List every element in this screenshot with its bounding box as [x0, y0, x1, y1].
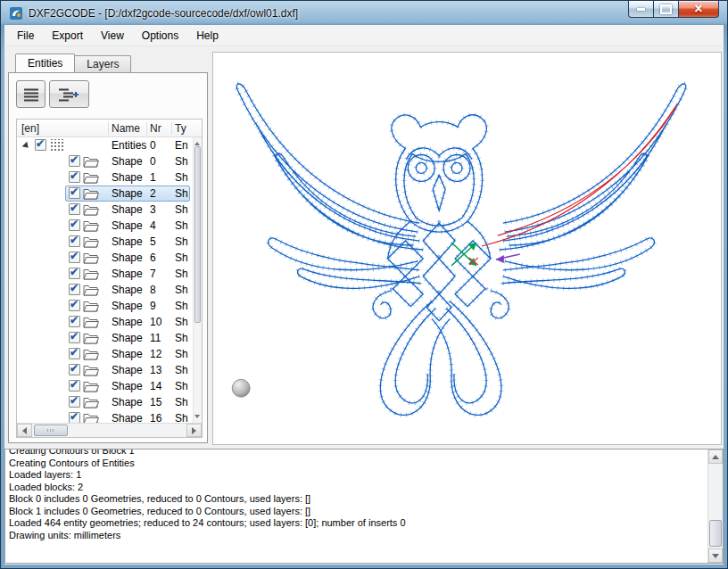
list-icon [23, 87, 39, 102]
minimize-button[interactable] [628, 1, 654, 18]
row-type: Sh [175, 252, 188, 264]
tree-row-shape[interactable]: ✔ Shape 15 Sh [17, 394, 193, 410]
tab-entities[interactable]: Entities [15, 54, 75, 72]
checkbox[interactable]: ✔ [69, 235, 80, 247]
row-type: Sh [175, 300, 188, 312]
checkbox[interactable]: ✔ [69, 268, 80, 279]
menu-help[interactable]: Help [187, 26, 228, 45]
panel-tabs: Entities Layers [15, 54, 131, 72]
checkbox[interactable]: ✔ [69, 332, 80, 343]
folder-icon [83, 396, 99, 408]
client-area: Entities Layers [en] Name Nr [4, 46, 724, 565]
tree-row-shape[interactable]: ✔ Shape 4 Sh [17, 218, 193, 234]
row-type: Sh [175, 171, 188, 184]
checkbox[interactable]: ✔ [35, 139, 46, 151]
scroll-right-button[interactable] [186, 424, 202, 437]
checkbox[interactable]: ✔ [69, 380, 80, 392]
tree-row-shape[interactable]: ✔ Shape 0 Sh [17, 153, 193, 169]
header-name[interactable]: Name [112, 122, 140, 135]
close-button[interactable] [678, 1, 719, 18]
header-nr[interactable]: Nr [150, 122, 161, 135]
scroll-down-button[interactable] [708, 548, 723, 563]
menu-file[interactable]: File [8, 26, 43, 45]
message-log[interactable]: Creating Contours of Block 1 Creating Co… [4, 449, 724, 564]
row-name: Shape [112, 380, 143, 392]
tree-row-shape[interactable]: ✔ Shape 7 Sh [17, 266, 193, 282]
checkbox[interactable]: ✔ [69, 219, 80, 231]
header-type[interactable]: Ty [175, 122, 186, 135]
row-type: Sh [175, 316, 188, 328]
tree-horizontal-scrollbar[interactable] [17, 423, 202, 437]
row-nr: 2 [150, 187, 156, 200]
menu-export[interactable]: Export [43, 26, 92, 45]
header-enable[interactable]: [en] [21, 122, 39, 135]
checkbox[interactable]: ✔ [69, 171, 80, 183]
tree-row-shape[interactable]: ✔ Shape 13 Sh [17, 362, 193, 378]
checkbox[interactable]: ✔ [69, 155, 80, 167]
tree-row-shape[interactable]: ✔ Shape 6 Sh [17, 250, 193, 266]
log-line: Creating Contours of Block 1 [9, 449, 723, 458]
row-nr: 9 [150, 300, 156, 312]
checkbox[interactable]: ✔ [69, 187, 80, 199]
checkbox[interactable]: ✔ [69, 203, 80, 215]
checkbox[interactable]: ✔ [69, 284, 80, 295]
tree-row-shape[interactable]: ✔ Shape 3 Sh [17, 202, 193, 218]
tab-layers[interactable]: Layers [74, 55, 131, 72]
checkbox[interactable]: ✔ [69, 364, 80, 375]
drawing-canvas[interactable] [212, 52, 722, 445]
row-name: Shape [112, 235, 143, 248]
tree-row-shape[interactable]: ✔ Shape 14 Sh [17, 378, 193, 394]
checkbox[interactable]: ✔ [69, 300, 80, 311]
tree-row-shape[interactable]: ✔ Shape 12 Sh [17, 346, 193, 362]
collapse-tree-button[interactable] [16, 80, 46, 108]
scrollbar-thumb[interactable] [34, 425, 68, 436]
maximize-button[interactable] [653, 1, 679, 18]
scroll-up-icon[interactable] [194, 139, 200, 145]
row-name: Shape [112, 268, 143, 280]
row-type: Sh [175, 364, 188, 376]
expander-icon[interactable] [22, 142, 34, 153]
entities-tree[interactable]: [en] Name Nr Ty ✔ Entities 0 En [16, 119, 203, 438]
tree-row-shape[interactable]: ✔ Shape 9 Sh [17, 298, 193, 314]
checkbox[interactable]: ✔ [69, 316, 80, 327]
scrollbar-thumb[interactable] [709, 520, 722, 547]
tree-header[interactable]: [en] Name Nr Ty [17, 120, 202, 137]
tree-row-shape[interactable]: ✔ Shape 8 Sh [17, 282, 193, 298]
folder-icon [83, 380, 99, 392]
menu-bar: File Export View Options Help [4, 25, 724, 46]
scroll-left-button[interactable] [17, 424, 32, 437]
row-name: Shape [112, 155, 143, 168]
checkbox[interactable]: ✔ [69, 396, 80, 408]
tree-indent-icon [58, 87, 81, 102]
expand-tree-button[interactable] [49, 80, 89, 108]
tree-rows: ✔ Entities 0 En ✔ Shape 0 Sh ✔ [17, 137, 193, 423]
tree-vertical-scrollbar[interactable] [193, 137, 202, 423]
checkbox[interactable]: ✔ [69, 348, 80, 359]
row-nr: 3 [150, 203, 156, 216]
scroll-down-icon[interactable] [194, 415, 200, 421]
menu-options[interactable]: Options [133, 26, 187, 45]
tree-row-shape[interactable]: ✔ Shape 11 Sh [17, 330, 193, 346]
row-nr: 4 [150, 219, 156, 232]
scrollbar-thumb[interactable] [194, 146, 201, 323]
log-scrollbar[interactable] [707, 449, 723, 563]
row-type: Sh [175, 203, 188, 216]
scroll-up-button[interactable] [708, 449, 723, 464]
checkbox[interactable]: ✔ [69, 412, 80, 423]
titlebar[interactable]: DXF2GCODE - [D:/dxf2gcode-sourcecode/dxf… [1, 1, 727, 25]
tree-row-shape[interactable]: ✔ Shape 16 Sh [17, 410, 193, 423]
row-nr: 16 [150, 412, 161, 423]
tree-row-shape[interactable]: ✔ Shape 2 Sh [17, 186, 193, 202]
selected-contour-path [482, 104, 677, 246]
checkbox[interactable]: ✔ [69, 252, 80, 263]
row-type: Sh [175, 155, 188, 168]
tree-row-shape[interactable]: ✔ Shape 1 Sh [17, 169, 193, 186]
tree-row-shape[interactable]: ✔ Shape 5 Sh [17, 234, 193, 250]
row-type: Sh [175, 348, 188, 360]
folder-icon [83, 252, 99, 264]
menu-view[interactable]: View [92, 26, 133, 45]
tree-row-entities[interactable]: ✔ Entities 0 En [17, 137, 193, 153]
row-nr: 14 [150, 380, 161, 392]
tree-row-shape[interactable]: ✔ Shape 10 Sh [17, 314, 193, 330]
row-name: Shape [112, 348, 143, 360]
